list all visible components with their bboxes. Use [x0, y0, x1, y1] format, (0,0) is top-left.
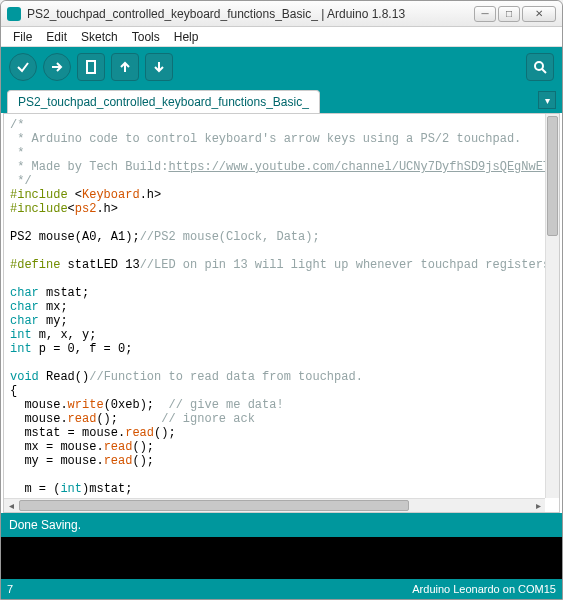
- footer-bar: 7 Arduino Leonardo on COM15: [1, 579, 562, 599]
- titlebar[interactable]: PS2_touchpad_controlled_keyboard_functio…: [1, 1, 562, 27]
- code-token: m = (: [10, 482, 60, 496]
- svg-point-4: [535, 62, 543, 70]
- code-token: #include: [10, 202, 68, 216]
- code-token: char: [10, 300, 39, 314]
- menu-help[interactable]: Help: [168, 28, 205, 46]
- magnifier-icon: [532, 59, 548, 75]
- code-line: * Arduino code to control keyboard's arr…: [10, 132, 521, 146]
- code-token: statLED 13: [60, 258, 139, 272]
- menubar: File Edit Sketch Tools Help: [1, 27, 562, 47]
- horizontal-scrollbar[interactable]: ◂ ▸: [4, 498, 545, 512]
- menu-edit[interactable]: Edit: [40, 28, 73, 46]
- line-number: 7: [7, 583, 13, 595]
- code-token: //Function to read data from touchpad.: [89, 370, 363, 384]
- code-token: mstat = mouse.: [10, 426, 125, 440]
- maximize-button[interactable]: □: [498, 6, 520, 22]
- code-token: )mstat;: [82, 482, 132, 496]
- status-bar: Done Saving.: [1, 513, 562, 537]
- app-window: PS2_touchpad_controlled_keyboard_functio…: [0, 0, 563, 600]
- code-token: mouse.: [10, 412, 68, 426]
- serial-monitor-button[interactable]: [526, 53, 554, 81]
- code-token: (0xeb);: [104, 398, 169, 412]
- code-token: Keyboard: [82, 188, 140, 202]
- code-token: Read(): [39, 370, 89, 384]
- code-token: char: [10, 314, 39, 328]
- code-token: my;: [39, 314, 68, 328]
- vertical-scroll-thumb[interactable]: [547, 116, 558, 236]
- code-token: read: [68, 412, 97, 426]
- code-token: #include: [10, 188, 68, 202]
- code-token: //PS2 mouse(Clock, Data);: [140, 230, 320, 244]
- code-token: int: [10, 342, 32, 356]
- code-token: {: [10, 384, 17, 398]
- upload-button[interactable]: [43, 53, 71, 81]
- code-token: mouse.: [10, 398, 68, 412]
- code-token: my = mouse.: [10, 454, 104, 468]
- console-output[interactable]: [1, 537, 562, 579]
- horizontal-scroll-thumb[interactable]: [19, 500, 409, 511]
- check-icon: [15, 59, 31, 75]
- code-token: ();: [96, 412, 161, 426]
- code-token: mstat;: [39, 286, 89, 300]
- verify-button[interactable]: [9, 53, 37, 81]
- scroll-right-arrow-icon[interactable]: ▸: [531, 499, 545, 512]
- code-line: *: [10, 146, 32, 160]
- code-line: /*: [10, 118, 24, 132]
- tab-bar: PS2_touchpad_controlled_keyboard_functio…: [1, 87, 562, 113]
- code-token: // ignore ack: [161, 412, 255, 426]
- arrow-up-icon: [117, 59, 133, 75]
- code-token: // give me data!: [168, 398, 283, 412]
- toolbar: [1, 47, 562, 87]
- window-controls: ─ □ ✕: [474, 6, 556, 22]
- tab-menu-button[interactable]: ▾: [538, 91, 556, 109]
- arrow-down-icon: [151, 59, 167, 75]
- open-button[interactable]: [111, 53, 139, 81]
- code-token: char: [10, 286, 39, 300]
- code-token: m, x, y;: [32, 328, 97, 342]
- code-token: read: [104, 440, 133, 454]
- board-port-label: Arduino Leonardo on COM15: [412, 583, 556, 595]
- code-token: ();: [132, 440, 154, 454]
- file-icon: [83, 59, 99, 75]
- code-token: read: [125, 426, 154, 440]
- code-token: //LED on pin 13 will light up whenever t…: [140, 258, 545, 272]
- code-token: read: [104, 454, 133, 468]
- vertical-scrollbar[interactable]: [545, 114, 559, 498]
- new-button[interactable]: [77, 53, 105, 81]
- svg-line-5: [542, 69, 546, 73]
- code-line: * Made by Tech Build:: [10, 160, 168, 174]
- code-token: mx = mouse.: [10, 440, 104, 454]
- arrow-right-icon: [49, 59, 65, 75]
- save-button[interactable]: [145, 53, 173, 81]
- code-token: #define: [10, 258, 60, 272]
- code-token: .h>: [140, 188, 162, 202]
- svg-rect-1: [87, 61, 95, 73]
- editor-area: /* * Arduino code to control keyboard's …: [3, 113, 560, 513]
- scroll-left-arrow-icon[interactable]: ◂: [4, 499, 18, 512]
- code-editor[interactable]: /* * Arduino code to control keyboard's …: [4, 114, 545, 498]
- minimize-button[interactable]: ─: [474, 6, 496, 22]
- arduino-app-icon: [7, 7, 21, 21]
- code-token: void: [10, 370, 39, 384]
- code-token: write: [68, 398, 104, 412]
- code-line: */: [10, 174, 32, 188]
- code-token: p = 0, f = 0;: [32, 342, 133, 356]
- code-token: mx;: [39, 300, 68, 314]
- code-link: https://www.youtube.com/channel/UCNy7Dyf…: [168, 160, 545, 174]
- window-title: PS2_touchpad_controlled_keyboard_functio…: [27, 7, 474, 21]
- code-token: ();: [154, 426, 176, 440]
- status-message: Done Saving.: [9, 518, 81, 532]
- code-token: int: [60, 482, 82, 496]
- menu-sketch[interactable]: Sketch: [75, 28, 124, 46]
- menu-file[interactable]: File: [7, 28, 38, 46]
- code-token: ();: [132, 454, 154, 468]
- code-token: int: [10, 328, 32, 342]
- sketch-tab[interactable]: PS2_touchpad_controlled_keyboard_functio…: [7, 90, 320, 113]
- code-token: .h>: [96, 202, 118, 216]
- close-button[interactable]: ✕: [522, 6, 556, 22]
- code-token: <: [68, 202, 75, 216]
- code-token: <: [68, 188, 82, 202]
- menu-tools[interactable]: Tools: [126, 28, 166, 46]
- code-token: ps2: [75, 202, 97, 216]
- code-token: PS2 mouse(A0, A1);: [10, 230, 140, 244]
